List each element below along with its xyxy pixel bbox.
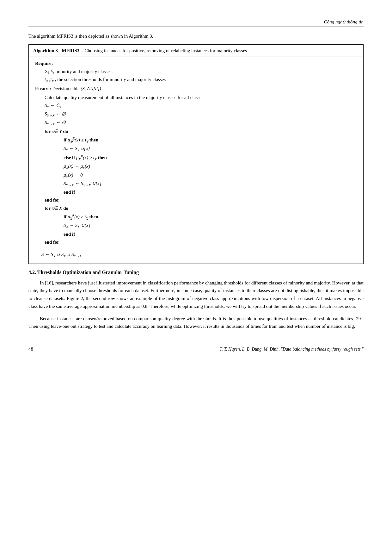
paragraph-1: In [16], researchers have just illustrat… (28, 279, 364, 310)
algo-body: Calculate quality measurement of all ins… (45, 94, 357, 246)
algo-mux-assign: μX(x) ← μY(x) (64, 162, 357, 171)
algo-end-for-1: end for (45, 196, 357, 204)
footer: 48 T. T. Huyen, L. B. Dung, M. Dinh, "Da… (28, 343, 364, 352)
header: Công nghệ thông tin (28, 19, 364, 27)
algorithm-description: Choosing instances for positive, removin… (85, 48, 247, 53)
algo-end-if-1: end if (64, 188, 357, 196)
algorithm-name: MFRIS3 (62, 48, 79, 53)
algo-if-2: if μXR(x) ≥ tX then (64, 212, 357, 221)
algo-muy-assign: μY(x) ← 0 (64, 171, 357, 180)
page: Công nghệ thông tin The algorithm MFRIS3… (0, 0, 392, 555)
require-line-2: tX ,tY , the selection thresholds for mi… (45, 76, 357, 84)
algorithm-body: Require: X; Y, minority and majority cla… (29, 57, 363, 264)
algo-end-for-2: end for (45, 238, 357, 246)
algo-last-line: S ← SX ∪ SY ∪ SY→X (35, 248, 357, 259)
require-line-1: X; Y, minority and majority classes. (45, 68, 357, 76)
paragraph-2: Because instances are chosen/removed bas… (28, 315, 364, 331)
require-section: Require: X; Y, minority and majority cla… (35, 59, 357, 84)
algo-for-y: for x∈ Y do (45, 128, 357, 136)
algo-line-syx1: SY→X ← ∅ (45, 110, 357, 119)
algo-else-if: else if μXR(x) ≥ tX then (64, 153, 357, 162)
ensure-label: Ensure: (35, 86, 51, 91)
algorithm-label: Algorithm 3 (33, 48, 58, 53)
section-title: Thresholds Optimization and Granular Tun… (37, 270, 139, 275)
algo-if-1: if μ𝒴R(x) ≥ tY then (64, 135, 357, 145)
header-title: Công nghệ thông tin (324, 19, 364, 25)
algo-line-syx2: SY→X ← ∅ (45, 119, 357, 127)
algorithm-box: Algorithm 3 - MFRIS3 - Choosing instance… (28, 44, 364, 264)
footer-page-number: 48 (28, 346, 33, 352)
ensure-section: Ensure: Decision table (S, A∪{d}) (35, 85, 357, 93)
algo-end-if-2: end if (64, 230, 357, 239)
require-label: Require: (35, 61, 53, 66)
algo-line-calc: Calculate quality measurement of all ins… (45, 94, 357, 102)
algo-syx-assign: SY→X ← SY→X ∪{x} (64, 180, 357, 188)
algorithm-header: Algorithm 3 - MFRIS3 - Choosing instance… (29, 45, 363, 57)
footer-citation: T. T. Huyen, L. B. Dung, M. Dinh, "Data … (220, 347, 364, 352)
section-heading: 4.2. Thresholds Optimization and Granula… (28, 270, 364, 275)
section-number: 4.2. (28, 270, 36, 275)
intro-text: The algorithm MFRIS3 is then depicted as… (28, 33, 364, 40)
algo-line-sy: SY ← ∅; (45, 102, 357, 110)
algo-for-x: for x∈ X do (45, 204, 357, 213)
algo-sy-assign: SY ← SY ∪{x} (64, 145, 357, 153)
algo-sx-assign: SX ← SX ∪{x} (64, 221, 357, 230)
